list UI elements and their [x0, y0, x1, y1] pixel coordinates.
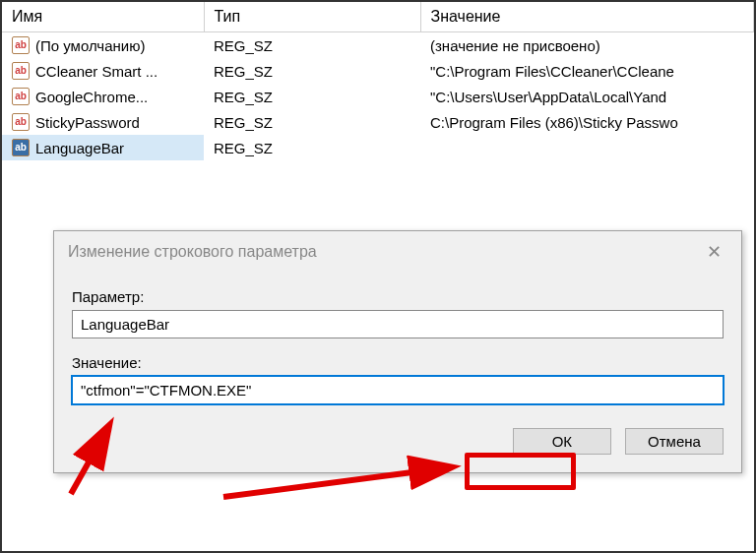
row-value: [420, 135, 754, 160]
row-value: "C:\Program Files\CCleaner\CCleane: [420, 58, 754, 84]
dialog-title: Изменение строкового параметра: [68, 243, 317, 261]
param-input[interactable]: [72, 310, 724, 338]
column-header-name[interactable]: Имя: [2, 2, 204, 32]
reg-string-icon: [12, 62, 30, 80]
row-name: StickyPassword: [35, 114, 140, 131]
ok-button[interactable]: ОК: [513, 428, 611, 455]
table-row[interactable]: StickyPasswordREG_SZC:\Program Files (x8…: [2, 109, 754, 135]
table-row[interactable]: CCleaner Smart ...REG_SZ"C:\Program File…: [2, 58, 754, 84]
column-header-type[interactable]: Тип: [204, 2, 420, 32]
row-type: REG_SZ: [204, 32, 420, 59]
row-value: "C:\Users\User\AppData\Local\Yand: [420, 84, 754, 109]
row-type: REG_SZ: [204, 84, 420, 109]
reg-string-icon: [12, 113, 30, 131]
value-label: Значение:: [72, 354, 724, 371]
row-name: GoogleChrome...: [35, 89, 148, 105]
table-row[interactable]: LanguageBarREG_SZ: [2, 135, 754, 160]
row-name: (По умолчанию): [35, 37, 145, 54]
row-type: REG_SZ: [204, 135, 420, 160]
edit-string-dialog: Изменение строкового параметра ✕ Парамет…: [53, 230, 742, 473]
close-icon[interactable]: ✕: [701, 241, 727, 263]
table-row[interactable]: GoogleChrome...REG_SZ"C:\Users\User\AppD…: [2, 84, 754, 109]
row-type: REG_SZ: [204, 58, 420, 84]
row-type: REG_SZ: [204, 109, 420, 135]
reg-string-icon: [12, 139, 30, 156]
row-value: C:\Program Files (x86)\Sticky Passwo: [420, 109, 754, 135]
row-name: CCleaner Smart ...: [35, 63, 158, 80]
row-name: LanguageBar: [35, 140, 124, 156]
cancel-button[interactable]: Отмена: [625, 428, 724, 455]
value-input[interactable]: [72, 376, 724, 404]
column-header-value[interactable]: Значение: [420, 2, 754, 32]
reg-string-icon: [12, 88, 30, 105]
row-value: (значение не присвоено): [420, 32, 754, 59]
table-row[interactable]: (По умолчанию)REG_SZ(значение не присвое…: [2, 32, 754, 59]
reg-string-icon: [12, 36, 30, 54]
param-label: Параметр:: [72, 288, 724, 305]
registry-table: Имя Тип Значение (По умолчанию)REG_SZ(зн…: [2, 2, 754, 160]
